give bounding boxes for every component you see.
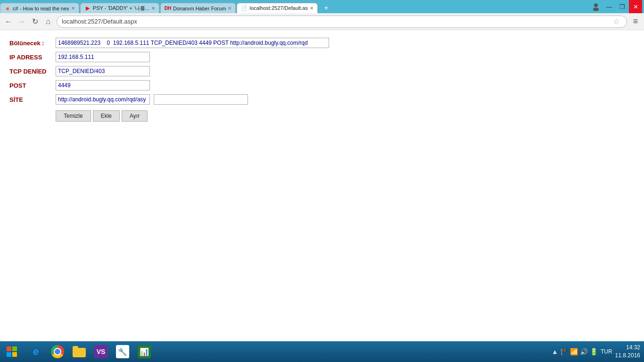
maximize-button[interactable]: ❒	[616, 0, 629, 13]
tab-stackoverflow-close[interactable]: ✕	[71, 6, 75, 11]
taskbar-vs[interactable]: VS	[91, 342, 111, 361]
buttons-row: Temizle Ekle Ayır	[56, 110, 635, 122]
address-text: localhost:2527/Default.aspx	[62, 18, 611, 25]
form-container: Bölünecek : IP ADRESS TCP DENİED POST Sİ…	[9, 38, 635, 122]
browser-window: ■ c# - How to read the nex ✕ ▶ PSY - 'DA…	[0, 0, 644, 362]
start-button[interactable]	[0, 341, 24, 362]
back-button[interactable]: ←	[2, 15, 15, 28]
bolunecek-input[interactable]	[56, 38, 329, 48]
post-label: POST	[9, 82, 52, 89]
taskbar-chart[interactable]: 📊	[134, 342, 155, 361]
site-row: SİTE	[9, 94, 635, 105]
refresh-button[interactable]: ↻	[28, 15, 41, 28]
tab-youtube-label: PSY - 'DADDY' + '나를...	[93, 5, 149, 12]
ip-label: IP ADRESS	[9, 54, 52, 61]
tcp-input[interactable]	[56, 66, 150, 76]
tab-youtube[interactable]: ▶ PSY - 'DADDY' + '나를... ✕	[80, 3, 159, 13]
tab-donanimhaber-close[interactable]: ✕	[228, 6, 231, 11]
vs-icon: VS	[94, 345, 107, 358]
page-content: Bölünecek : IP ADRESS TCP DENİED POST Sİ…	[0, 30, 644, 341]
tab-stackoverflow-label: c# - How to read the nex	[13, 6, 69, 11]
stackoverflow-tab-icon: ■	[4, 5, 11, 12]
svg-point-0	[594, 3, 598, 7]
tray-arrow-icon[interactable]: ▲	[552, 348, 558, 355]
new-tab-button[interactable]: +	[320, 3, 333, 13]
ekle-button[interactable]: Ekle	[93, 110, 120, 122]
forward-button[interactable]: →	[15, 15, 28, 28]
tab-localhost-close[interactable]: ✕	[310, 6, 314, 11]
tool-icon: 🔧	[116, 345, 129, 358]
taskbar-apps: e VS 🔧 📊	[24, 342, 548, 361]
tray-flag-icon: 🏴	[560, 348, 568, 355]
svg-point-1	[593, 8, 599, 11]
post-row: POST	[9, 80, 635, 90]
taskbar-ie[interactable]: e	[25, 342, 46, 361]
folder-icon	[73, 346, 86, 357]
tcp-label: TCP DENİED	[9, 68, 52, 75]
title-bar-controls: — ❒ ✕	[587, 0, 644, 13]
post-input[interactable]	[56, 80, 150, 90]
taskbar-right: ▲ 🏴 📶 🔊 🔋 TUR 14:32 11.8.2016	[548, 344, 644, 360]
menu-button[interactable]: ≡	[629, 15, 642, 28]
clock-time: 14:32	[615, 344, 640, 352]
ayir-button[interactable]: Ayır	[122, 110, 148, 122]
tray-language: TUR	[601, 348, 612, 355]
taskbar-folder[interactable]	[69, 342, 90, 361]
chart-icon: 📊	[138, 345, 151, 358]
tab-youtube-close[interactable]: ✕	[151, 6, 155, 11]
taskbar-tool[interactable]: 🔧	[112, 342, 133, 361]
minimize-button[interactable]: —	[603, 0, 616, 13]
ip-input[interactable]	[56, 52, 150, 62]
tab-donanimhaber-label: Donanım Haber Forum	[173, 6, 226, 11]
chrome-icon	[51, 345, 64, 358]
tcp-row: TCP DENİED	[9, 66, 635, 76]
windows-logo-icon	[7, 346, 17, 357]
ie-icon: e	[29, 345, 42, 358]
tabs-area: ■ c# - How to read the nex ✕ ▶ PSY - 'DA…	[0, 0, 587, 13]
tab-stackoverflow[interactable]: ■ c# - How to read the nex ✕	[0, 3, 79, 13]
tray-battery-icon: 🔋	[590, 348, 598, 355]
site-input2[interactable]	[154, 94, 248, 105]
bolunecek-row: Bölünecek :	[9, 38, 635, 48]
tray-network-icon: 📶	[570, 348, 578, 355]
clock-date: 11.8.2016	[615, 352, 640, 360]
tab-donanimhaber[interactable]: DH Donanım Haber Forum ✕	[160, 3, 236, 13]
address-bar[interactable]: localhost:2527/Default.aspx ☆	[57, 16, 627, 28]
tray-icons: ▲ 🏴 📶 🔊 🔋	[552, 348, 598, 355]
site-label: SİTE	[9, 96, 52, 103]
dh-tab-icon: DH	[165, 5, 171, 12]
taskbar-chrome[interactable]	[47, 342, 68, 361]
profile-icon[interactable]	[589, 0, 603, 13]
bolunecek-label: Bölünecek :	[9, 40, 52, 47]
taskbar: e VS 🔧 📊	[0, 341, 644, 362]
youtube-tab-icon: ▶	[84, 5, 91, 12]
tab-localhost[interactable]: 📄 localhost:2527/Default.as ✕	[237, 3, 318, 13]
taskbar-clock: 14:32 11.8.2016	[615, 344, 640, 360]
site-input[interactable]	[56, 94, 150, 105]
page-tab-icon: 📄	[241, 5, 248, 11]
title-bar: ■ c# - How to read the nex ✕ ▶ PSY - 'DA…	[0, 0, 644, 13]
temizle-button[interactable]: Temizle	[56, 110, 91, 122]
bookmark-star-icon[interactable]: ☆	[611, 16, 622, 27]
nav-bar: ← → ↻ ⌂ localhost:2527/Default.aspx ☆ ≡	[0, 13, 644, 30]
person-icon	[592, 2, 600, 11]
ip-row: IP ADRESS	[9, 52, 635, 62]
tab-localhost-label: localhost:2527/Default.as	[249, 5, 308, 11]
close-button[interactable]: ✕	[629, 0, 642, 13]
tray-volume-icon: 🔊	[580, 348, 588, 355]
home-button[interactable]: ⌂	[41, 15, 55, 28]
